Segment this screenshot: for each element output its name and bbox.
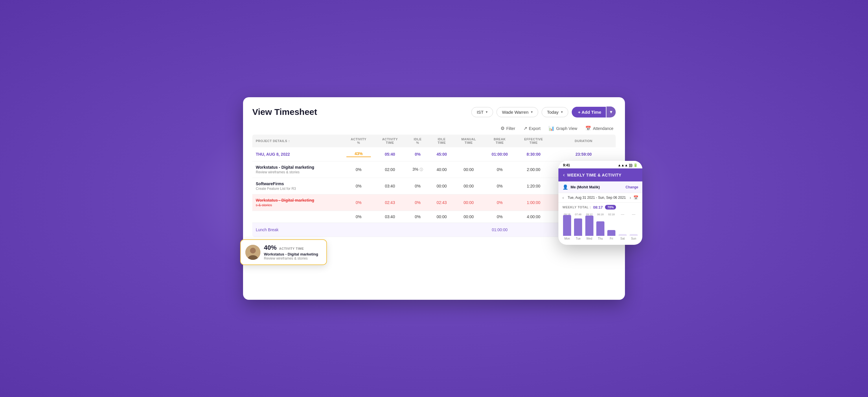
add-time-button[interactable]: + Add Time (572, 107, 606, 118)
mobile-status-bar: 9:41 ▲▲▲ ))) 🔋 (558, 161, 642, 169)
tooltip-task: Review wireframes & stories (264, 256, 318, 261)
filter-button[interactable]: ⚙ Filter (500, 126, 515, 131)
row3-effective-time: 1:00:00 (516, 194, 551, 211)
mobile-chart: 09:18 07:48 09:12 06:18 02:18 ---- ---- … (558, 212, 642, 240)
bar-sun: Sun (629, 234, 638, 240)
date-row: THU, AUG 8, 2022 43% 05:40 0% 45:00 01:0… (252, 147, 616, 161)
mobile-date-range: Tue, Aug 31 2021 - Sun, Sep 06 2021 (568, 195, 626, 200)
row2-effective-time: 1:20:00 (516, 178, 551, 194)
mobile-header: ‹ WEEKLY TIME & ACTIVITY (558, 169, 642, 181)
chart-val-sat: ---- (618, 213, 627, 216)
lunch-break-time (406, 223, 484, 237)
row1-project: Workstatus - Digital marketing Review wi… (252, 161, 343, 178)
main-card: View Timesheet IST ▾ Wade Warren ▾ Today… (243, 97, 625, 300)
row3-project: Workstatus - Digital marketing s & stori… (252, 194, 343, 211)
header: View Timesheet IST ▾ Wade Warren ▾ Today… (252, 106, 616, 118)
date-idle-pct: 0% (406, 147, 430, 161)
timezone-dropdown[interactable]: IST ▾ (471, 107, 493, 117)
chart-val-sun: ---- (629, 213, 638, 216)
date-effective-time: 8:30:00 (516, 147, 551, 161)
col-activity-time: ACTIVITYTIME (374, 134, 406, 147)
svg-point-1 (250, 248, 256, 253)
row3-manual-time: 00:00 (454, 194, 484, 211)
user-dropdown[interactable]: Wade Warren ▾ (496, 107, 538, 117)
tooltip-project: Workstatus - Digital marketing (264, 252, 318, 256)
date-manual-time (454, 147, 484, 161)
row1-activity-pct: 0% (343, 161, 374, 178)
row2-idle-pct: 0% (406, 178, 430, 194)
col-project: PROJECT DETAILS ↑ (252, 134, 343, 147)
mobile-user-name: Me (Mohit Malik) (570, 185, 600, 189)
date-break-time: 01:00:00 (484, 147, 516, 161)
col-idle-pct: IDLE% (406, 134, 430, 147)
page-title: View Timesheet (252, 107, 317, 117)
col-effective-time: EFFECTIVETIME (516, 134, 551, 147)
mobile-time: 9:41 (563, 163, 570, 167)
row1-idle-pct: 3% ⓘ (406, 161, 430, 178)
toolbar: ⚙ Filter ↗ Export 📊 Graph View 📅 Attenda… (252, 126, 616, 131)
bar-fri: Fri (607, 230, 616, 240)
row1-activity-time: 02:00 (374, 161, 406, 178)
back-button[interactable]: ‹ (563, 172, 565, 178)
next-week-button[interactable]: › (629, 195, 631, 200)
bar-wed: Wed (585, 216, 594, 240)
activity-tooltip: 40% ACTIVITY TIME Workstatus - Digital m… (240, 239, 327, 265)
row3-idle-pct: 0% (406, 194, 430, 211)
row1-idle-time: 40:00 (430, 161, 454, 178)
avatar (245, 245, 260, 260)
row2-idle-time: 00:00 (430, 178, 454, 194)
header-controls: IST ▾ Wade Warren ▾ Today ▾ + Add Time ▾ (471, 106, 616, 118)
weekly-total-label: WEEKLY TOTAL : (562, 206, 591, 209)
calendar-icon[interactable]: 📅 (633, 195, 638, 200)
date-idle-time: 45:00 (430, 147, 454, 161)
row4-idle-time: 00:00 (430, 211, 454, 223)
row3-activity-time: 02:43 (374, 194, 406, 211)
date-cell: THU, AUG 8, 2022 (252, 147, 343, 161)
tooltip-pct-label: ACTIVITY TIME (279, 247, 304, 250)
bars-row: Mon Tue Wed Thu Fri (562, 217, 638, 240)
row3-idle-time: 02:43 (430, 194, 454, 211)
row4-break-time: 0% (484, 211, 516, 223)
attendance-icon: 📅 (585, 126, 591, 131)
row2-break-time: 0% (484, 178, 516, 194)
row4-activity-time: 03:40 (374, 211, 406, 223)
export-button[interactable]: ↗ Export (523, 126, 540, 131)
chevron-down-icon: ▾ (531, 110, 533, 114)
col-manual-time: MANUALTIME (454, 134, 484, 147)
change-button[interactable]: Change (625, 185, 638, 189)
col-idle-time: IDLETIME (430, 134, 454, 147)
row2-activity-pct: 0% (343, 178, 374, 194)
col-duration: DURATION (552, 134, 616, 147)
mobile-weekly-total: WEEKLY TOTAL : 08:17 70% (558, 203, 642, 212)
row3-break-time: 0% (484, 194, 516, 211)
date-duration: 23:59:00 (552, 147, 616, 161)
attendance-button[interactable]: 📅 Attendance (585, 126, 613, 131)
row2-activity-time: 03:40 (374, 178, 406, 194)
prev-week-button[interactable]: ‹ (562, 195, 564, 200)
chart-val-tue: 07:48 (574, 213, 583, 216)
bar-tue: Tue (574, 218, 583, 240)
row1-break-time: 0% (484, 161, 516, 178)
mobile-overlay: 9:41 ▲▲▲ ))) 🔋 ‹ WEEKLY TIME & ACTIVITY … (558, 161, 642, 245)
mobile-signal: ▲▲▲ ))) 🔋 (618, 163, 638, 167)
bar-mon: Mon (562, 215, 572, 240)
date-activity-time: 05:40 (374, 147, 406, 161)
chart-val-thu: 06:18 (596, 213, 605, 216)
row2-manual-time: 00:00 (454, 178, 484, 194)
row2-project: SoftwareFirms Create Feature List for R3 (252, 178, 343, 194)
lunch-effective (516, 223, 551, 237)
row3-activity-pct: 0% (343, 194, 374, 211)
graph-view-button[interactable]: 📊 Graph View (549, 126, 577, 131)
row4-idle-pct: 0% (406, 211, 430, 223)
add-time-group: + Add Time ▾ (572, 106, 616, 118)
col-break-time: BREAKTIME (484, 134, 516, 147)
tooltip-pct: 40% (264, 244, 277, 251)
weekly-total-value: 08:17 (593, 205, 603, 210)
graph-icon: 📊 (549, 126, 554, 131)
lunch-break-value: 01:00:00 (484, 223, 516, 237)
mobile-user-row: 👤 Me (Mohit Malik) Change (558, 181, 642, 193)
date-activity-pct: 43% (343, 147, 374, 161)
period-dropdown[interactable]: Today ▾ (541, 107, 568, 117)
add-time-caret[interactable]: ▾ (607, 106, 616, 118)
col-activity-pct: ACTIVITY% (343, 134, 374, 147)
